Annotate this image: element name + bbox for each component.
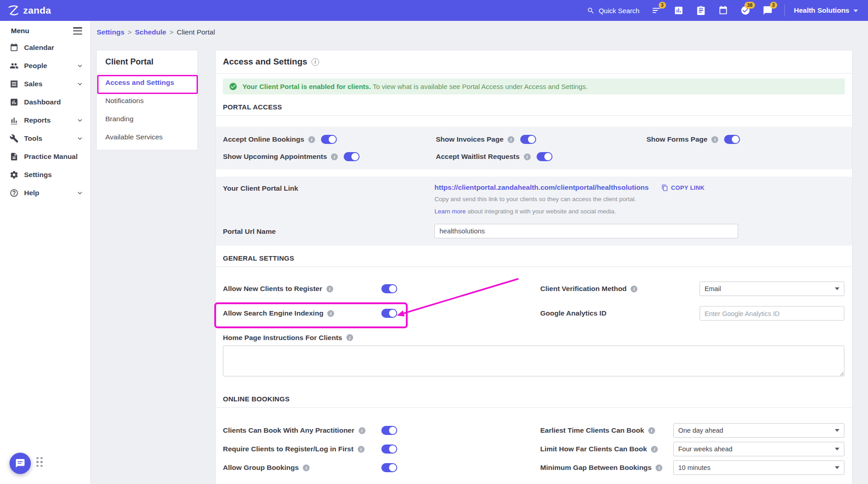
breadcrumb-separator: > xyxy=(128,28,132,36)
field-label: Allow Group Bookings xyxy=(223,464,299,472)
sidebar-item-calendar[interactable]: Calendar xyxy=(0,39,90,57)
info-icon[interactable] xyxy=(303,464,310,471)
messages-icon[interactable]: 3 xyxy=(763,5,773,15)
clipboard-icon[interactable] xyxy=(696,5,706,15)
wrench-icon xyxy=(10,134,19,143)
toggle-clients-book-any-practitioner[interactable] xyxy=(381,426,397,435)
portal-link-box: Your Client Portal Link https://clientpo… xyxy=(216,177,852,246)
breadcrumb-link-settings[interactable]: Settings xyxy=(97,28,124,36)
menu-item-access-and-settings[interactable]: Access and Settings xyxy=(97,74,197,92)
menu-label: Menu xyxy=(11,27,29,35)
sidebar-item-label: Settings xyxy=(24,171,52,179)
toggle-show-invoices-page[interactable] xyxy=(520,135,536,144)
google-analytics-input[interactable] xyxy=(700,306,844,321)
chat-fab-button[interactable] xyxy=(10,453,31,474)
info-icon[interactable] xyxy=(326,286,333,292)
sidebar-item-label: Tools xyxy=(24,134,42,143)
earliest-time-select[interactable]: One day ahead xyxy=(673,423,844,438)
field-label: Allow New Clients to Register xyxy=(223,285,322,293)
field-label: Portal Url Name xyxy=(223,227,434,236)
brand-logo[interactable]: zanda xyxy=(7,5,51,16)
sidebar-item-label: Help xyxy=(24,189,39,197)
copy-link-button[interactable]: COPY LINK xyxy=(661,184,705,191)
sidebar-item-people[interactable]: People xyxy=(0,57,90,75)
minimum-gap-select[interactable]: 10 minutes xyxy=(673,460,844,475)
info-icon[interactable] xyxy=(331,153,338,160)
sidebar-item-practice-manual[interactable]: Practice Manual xyxy=(0,148,90,166)
messages-badge: 3 xyxy=(770,2,777,9)
sidebar-item-sales[interactable]: Sales xyxy=(0,75,90,93)
sidebar-item-reports[interactable]: Reports xyxy=(0,111,90,129)
sidebar-item-label: Practice Manual xyxy=(24,153,78,161)
drag-handle[interactable] xyxy=(36,457,43,467)
quick-search-button[interactable]: Quick Search xyxy=(587,7,640,15)
reports-icon xyxy=(10,116,19,125)
banner-text: To view what is available see Portal Acc… xyxy=(373,83,588,90)
info-icon[interactable] xyxy=(524,153,531,160)
toggle-allow-new-clients[interactable] xyxy=(381,284,397,293)
calendar-icon[interactable] xyxy=(718,5,728,15)
breadcrumb-link-schedule[interactable]: Schedule xyxy=(135,28,166,36)
verification-method-select[interactable]: Email xyxy=(700,282,844,296)
field-label: Client Verification Method xyxy=(540,285,626,293)
field-label: Minimum Gap Between Bookings xyxy=(540,464,651,472)
sidebar-item-dashboard[interactable]: Dashboard xyxy=(0,93,90,111)
help-icon xyxy=(10,188,19,198)
menu-item-notifications[interactable]: Notifications xyxy=(97,92,197,110)
toggle-accept-online-bookings[interactable] xyxy=(321,135,337,144)
portal-link[interactable]: https://clientportal.zandahealth.com/cli… xyxy=(434,183,649,192)
toggle-show-forms-page[interactable] xyxy=(724,135,740,144)
limit-how-far-select[interactable]: Four weeks ahead xyxy=(673,442,844,456)
info-icon[interactable] xyxy=(711,136,718,143)
field-label: Google Analytics ID xyxy=(540,309,607,317)
sidebar-item-tools[interactable]: Tools xyxy=(0,129,90,148)
check-circle-icon xyxy=(229,82,237,91)
sidebar-item-label: Sales xyxy=(24,80,43,88)
menu-item-available-services[interactable]: Available Services xyxy=(97,128,197,146)
info-icon[interactable] xyxy=(656,464,662,471)
success-banner: Your Client Portal is enabled for client… xyxy=(223,79,845,94)
toggle-allow-search-engine-indexing[interactable] xyxy=(381,309,397,318)
home-instructions-textarea[interactable] xyxy=(223,346,844,376)
portal-access-box: Accept Online Bookings Show Invoices Pag… xyxy=(216,127,852,169)
field-label: Allow Search Engine Indexing xyxy=(223,309,323,317)
info-icon[interactable] xyxy=(651,446,658,453)
info-icon[interactable] xyxy=(631,286,637,292)
info-icon[interactable] xyxy=(358,446,365,453)
section-online-bookings: ONLINE BOOKINGS xyxy=(216,395,852,408)
chat-icon xyxy=(15,458,25,469)
info-icon[interactable] xyxy=(648,427,655,434)
info-icon[interactable] xyxy=(359,427,365,434)
info-icon[interactable] xyxy=(346,334,353,341)
zanda-logo-icon xyxy=(7,5,19,16)
toggle-show-upcoming-appointments[interactable] xyxy=(344,152,360,161)
toggle-require-register-first[interactable] xyxy=(381,444,397,454)
portal-url-name-input[interactable] xyxy=(434,224,738,238)
sidebar-item-label: Reports xyxy=(24,116,51,124)
dashboard-icon[interactable] xyxy=(674,5,684,15)
toggle-allow-group-bookings[interactable] xyxy=(381,463,397,472)
breadcrumb: Settings > Schedule > Client Portal xyxy=(91,21,868,44)
quick-search-label: Quick Search xyxy=(599,7,640,15)
info-icon[interactable] xyxy=(508,136,514,143)
field-label: Limit How Far Clients Can Book xyxy=(540,445,647,453)
field-label: Earliest Time Clients Can Book xyxy=(540,426,644,435)
account-menu[interactable]: Health Solutions xyxy=(784,5,858,16)
info-icon[interactable] xyxy=(308,136,315,143)
calendar-icon xyxy=(10,43,19,52)
chevron-down-icon xyxy=(76,80,84,88)
banner-bold-text: Your Client Portal is enabled for client… xyxy=(242,83,371,90)
receipt-icon xyxy=(10,79,19,89)
info-icon[interactable] xyxy=(327,310,334,317)
toggle-accept-waitlist-requests[interactable] xyxy=(537,152,552,161)
chevron-down-icon xyxy=(76,116,84,124)
queue-icon[interactable]: 3 xyxy=(651,5,661,15)
learn-more-link[interactable]: Learn more xyxy=(434,208,466,215)
sidebar-item-label: People xyxy=(24,62,47,70)
hamburger-icon[interactable] xyxy=(73,27,82,35)
sidebar-item-help[interactable]: Help xyxy=(0,184,90,202)
menu-item-branding[interactable]: Branding xyxy=(97,110,197,128)
sidebar-item-settings[interactable]: Settings xyxy=(0,166,90,184)
info-icon[interactable] xyxy=(311,58,319,66)
tasks-icon[interactable]: 38 xyxy=(740,5,750,15)
